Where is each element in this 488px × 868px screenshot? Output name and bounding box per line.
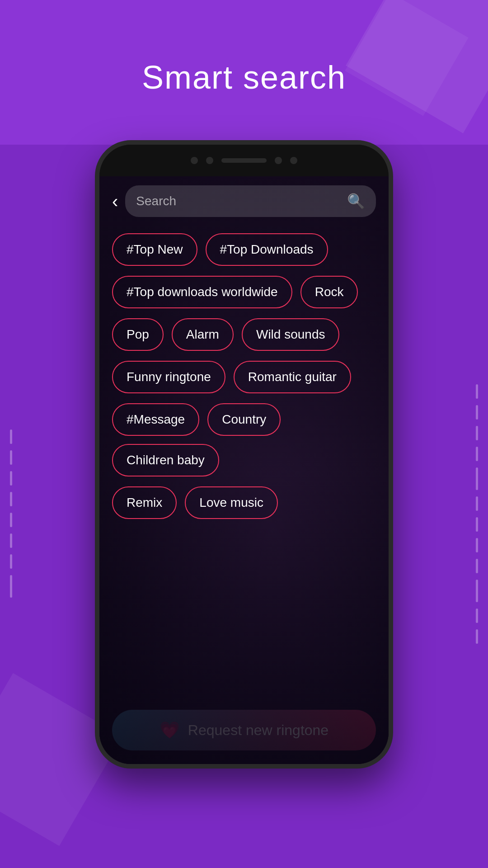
tag-country[interactable]: Country <box>207 403 281 436</box>
tag-message[interactable]: #Message <box>112 403 199 436</box>
tags-row-3: Pop Alarm Wild sounds <box>112 318 376 351</box>
sensor-camera-2 <box>206 157 213 164</box>
back-button[interactable]: ‹ <box>112 192 118 210</box>
tag-love-music[interactable]: Love music <box>185 486 278 519</box>
sensor-camera-3 <box>290 157 297 164</box>
page-title: Smart search <box>0 59 488 96</box>
phone-screen: ‹ Search 🔍 #Top New #Top Downloads #Top … <box>99 176 389 764</box>
search-icon: 🔍 <box>347 193 365 210</box>
phone-mockup: ‹ Search 🔍 #Top New #Top Downloads #Top … <box>95 140 393 769</box>
tag-top-new[interactable]: #Top New <box>112 233 197 266</box>
tags-row-4: Funny ringtone Romantic guitar <box>112 361 376 393</box>
tags-row-6: Remix Love music <box>112 486 376 519</box>
tags-container: #Top New #Top Downloads #Top downloads w… <box>112 233 376 755</box>
tag-rock[interactable]: Rock <box>300 276 358 308</box>
search-placeholder: Search <box>136 194 176 208</box>
tags-row-2: #Top downloads worldwide Rock <box>112 276 376 308</box>
phone-speaker <box>221 158 267 163</box>
tags-row-1: #Top New #Top Downloads <box>112 233 376 266</box>
tags-row-5: #Message Country Children baby <box>112 403 376 476</box>
search-input-container[interactable]: Search 🔍 <box>125 185 376 217</box>
tag-wild-sounds[interactable]: Wild sounds <box>242 318 340 351</box>
sensor-dot <box>275 157 282 164</box>
phone-top-bar <box>99 145 389 176</box>
tag-remix[interactable]: Remix <box>112 486 177 519</box>
tag-funny-ringtone[interactable]: Funny ringtone <box>112 361 225 393</box>
tag-pop[interactable]: Pop <box>112 318 164 351</box>
tag-romantic-guitar[interactable]: Romantic guitar <box>234 361 351 393</box>
tag-top-downloads-worldwide[interactable]: #Top downloads worldwide <box>112 276 292 308</box>
decorative-dashes-right <box>476 384 478 644</box>
tag-children-baby[interactable]: Children baby <box>112 444 219 476</box>
search-bar: ‹ Search 🔍 <box>112 185 376 217</box>
tag-alarm[interactable]: Alarm <box>172 318 234 351</box>
decorative-dashes-left <box>10 429 12 598</box>
sensor-camera-1 <box>191 157 198 164</box>
tag-top-downloads[interactable]: #Top Downloads <box>206 233 328 266</box>
screen-content: ‹ Search 🔍 #Top New #Top Downloads #Top … <box>99 176 389 764</box>
